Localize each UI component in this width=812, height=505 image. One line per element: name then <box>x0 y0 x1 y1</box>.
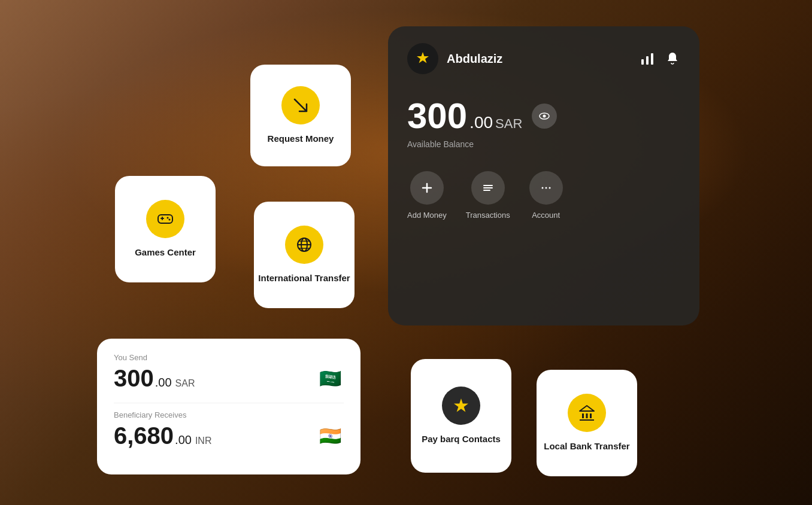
you-send-label: You Send <box>114 353 344 362</box>
games-center-card[interactable]: Games Center <box>115 176 216 282</box>
analytics-button[interactable] <box>640 51 655 66</box>
notification-button[interactable] <box>665 51 680 66</box>
receive-amount-whole: 6,680 <box>114 424 174 448</box>
intl-transfer-label: International Transfer <box>258 272 350 284</box>
svg-rect-5 <box>641 59 644 65</box>
dashboard-user: Abdulaziz <box>407 43 502 74</box>
account-button[interactable] <box>529 171 563 205</box>
add-money-label: Add Money <box>407 211 447 220</box>
card-divider <box>114 403 344 403</box>
user-name: Abdulaziz <box>447 52 502 66</box>
local-bank-icon <box>568 394 606 432</box>
request-money-icon <box>281 86 320 124</box>
send-amount-decimal: .00 <box>155 376 172 390</box>
svg-rect-14 <box>586 413 588 418</box>
header-icons <box>640 51 680 66</box>
svg-rect-15 <box>590 413 592 418</box>
you-send-section: You Send 300 .00 SAR 🇸🇦 <box>114 353 344 392</box>
beneficiary-label: Beneficiary Receives <box>114 410 344 419</box>
receive-amount-decimal: .00 <box>175 433 192 447</box>
local-bank-card[interactable]: Local Bank Transfer <box>537 370 637 476</box>
svg-point-9 <box>543 115 546 118</box>
request-money-card[interactable]: Request Money <box>250 65 351 166</box>
transactions-button[interactable] <box>471 171 505 205</box>
send-card[interactable]: You Send 300 .00 SAR 🇸🇦 Beneficiary Rece… <box>97 339 360 474</box>
svg-point-12 <box>549 187 550 189</box>
svg-point-10 <box>541 187 543 189</box>
transactions-label: Transactions <box>466 211 510 220</box>
add-money-button[interactable] <box>410 171 444 205</box>
balance-decimal: .00 <box>469 113 493 132</box>
toggle-balance-button[interactable] <box>532 104 557 129</box>
send-currency: SAR <box>175 378 195 389</box>
account-label: Account <box>532 211 560 220</box>
send-amount-whole: 300 <box>114 366 154 390</box>
svg-point-1 <box>167 217 169 219</box>
receive-currency: INR <box>195 436 212 446</box>
avatar <box>407 43 438 74</box>
local-bank-label: Local Bank Transfer <box>544 440 629 452</box>
balance-label: Available Balance <box>407 139 474 149</box>
action-buttons: Add Money Transactions A <box>407 171 680 220</box>
svg-point-2 <box>169 219 171 221</box>
dashboard-header: Abdulaziz <box>407 43 680 74</box>
balance-currency: SAR <box>495 116 522 132</box>
pay-barq-icon <box>442 387 480 425</box>
games-center-icon <box>146 200 184 238</box>
send-flag: 🇸🇦 <box>316 364 344 392</box>
transactions-group: Transactions <box>466 171 510 220</box>
balance-whole: 300 <box>407 98 467 134</box>
svg-rect-7 <box>651 53 653 65</box>
account-group: Account <box>529 171 563 220</box>
international-transfer-icon <box>285 226 323 264</box>
international-transfer-card[interactable]: International Transfer <box>254 202 355 308</box>
games-center-label: Games Center <box>135 247 196 258</box>
pay-barq-card[interactable]: Pay barq Contacts <box>411 359 511 473</box>
svg-rect-13 <box>582 413 584 418</box>
svg-rect-6 <box>646 56 649 65</box>
svg-rect-0 <box>158 215 172 223</box>
request-money-label: Request Money <box>268 133 334 145</box>
dashboard-card: Abdulaziz <box>388 26 699 325</box>
pay-barq-label: Pay barq Contacts <box>422 433 501 445</box>
svg-point-11 <box>545 187 547 189</box>
add-money-group: Add Money <box>407 171 447 220</box>
balance-section: 300 .00 SAR Available Balance <box>407 98 680 150</box>
receive-flag: 🇮🇳 <box>316 422 344 449</box>
beneficiary-section: Beneficiary Receives 6,680 .00 INR 🇮🇳 <box>114 410 344 449</box>
